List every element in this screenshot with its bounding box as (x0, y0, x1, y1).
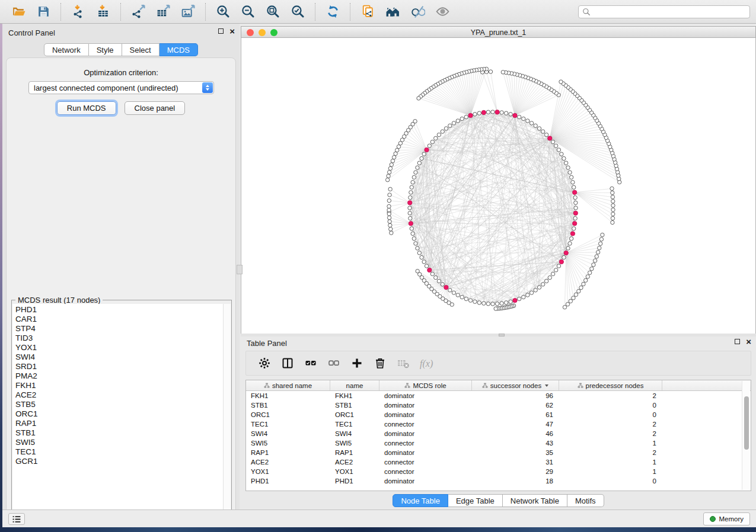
graph-node[interactable] (444, 285, 448, 289)
graph-node[interactable] (548, 136, 552, 140)
graph-node[interactable] (573, 216, 577, 220)
select-all-rows-button[interactable] (301, 353, 321, 373)
graph-node[interactable] (448, 124, 452, 127)
graph-node[interactable] (388, 187, 392, 191)
show-selected-button[interactable] (433, 2, 452, 21)
table-scrollbar[interactable] (742, 381, 750, 490)
graph-node[interactable] (513, 298, 517, 302)
column-header-predecessor-nodes[interactable]: predecessor nodes (559, 380, 662, 390)
graph-node[interactable] (596, 251, 599, 254)
run-mcds-button[interactable]: Run MCDS (57, 101, 116, 115)
graph-node[interactable] (583, 278, 587, 282)
graph-node[interactable] (444, 127, 448, 130)
graph-node[interactable] (500, 111, 503, 114)
zoom-fit-button[interactable] (263, 2, 282, 21)
table-row[interactable]: FKH1FKH1dominator962 (246, 391, 751, 400)
graph-node[interactable] (577, 289, 580, 293)
graph-node[interactable] (529, 121, 533, 125)
graph-node[interactable] (448, 289, 452, 292)
export-image-button[interactable] (178, 2, 197, 21)
mcds-result-item[interactable]: RAP1 (15, 419, 223, 428)
graph-node[interactable] (494, 307, 497, 310)
graph-node[interactable] (495, 110, 499, 114)
graph-node[interactable] (541, 130, 545, 133)
column-header-name[interactable]: name (330, 380, 379, 390)
graph-node[interactable] (573, 196, 577, 199)
table-row[interactable]: PHD1PHD1dominator180 (246, 476, 751, 486)
graph-node[interactable] (395, 148, 398, 152)
vertical-splitter-handle[interactable] (237, 265, 243, 274)
graph-node[interactable] (434, 136, 438, 140)
graph-node[interactable] (595, 255, 598, 258)
graph-node[interactable] (571, 180, 575, 184)
graph-node[interactable] (551, 272, 554, 275)
column-header-MCDS-role[interactable]: MCDS role (379, 380, 472, 390)
graph-node[interactable] (560, 152, 563, 156)
graph-node[interactable] (611, 208, 615, 211)
graph-node[interactable] (441, 283, 444, 286)
mcds-result-item[interactable]: SRD1 (15, 362, 223, 371)
graph-node[interactable] (579, 286, 583, 289)
graph-node[interactable] (500, 302, 503, 305)
table-settings-gear-button[interactable] (254, 353, 275, 373)
graph-node[interactable] (544, 279, 548, 283)
table-row[interactable]: ACE2ACE2connector311 (246, 457, 751, 467)
graph-node[interactable] (611, 191, 614, 194)
network-from-clipboard-button[interactable] (358, 2, 377, 21)
graph-node[interactable] (385, 178, 389, 181)
refresh-button[interactable] (323, 2, 342, 21)
mcds-result-item[interactable]: YOX1 (15, 343, 223, 352)
graph-node[interactable] (534, 289, 537, 292)
column-header-successor-nodes[interactable]: successor nodes (472, 380, 559, 390)
graph-node[interactable] (437, 279, 441, 283)
graph-node[interactable] (417, 161, 421, 165)
graph-node[interactable] (464, 297, 468, 300)
save-session-button[interactable] (34, 2, 53, 21)
export-table-button[interactable] (154, 2, 173, 21)
graph-node[interactable] (409, 196, 412, 199)
graph-node[interactable] (559, 259, 563, 264)
graph-node[interactable] (391, 159, 394, 163)
tab-mcds[interactable]: MCDS (160, 43, 198, 56)
float-table-panel-icon[interactable] (735, 339, 740, 344)
graph-node[interactable] (563, 305, 566, 309)
graph-node[interactable] (387, 198, 391, 202)
graph-node[interactable] (573, 211, 578, 215)
graph-node[interactable] (397, 145, 400, 148)
float-panel-icon[interactable] (218, 28, 224, 34)
mcds-result-item[interactable]: FKH1 (15, 381, 223, 390)
graph-node[interactable] (481, 110, 486, 114)
graph-node[interactable] (537, 286, 541, 289)
graph-node[interactable] (460, 295, 464, 299)
graph-node[interactable] (411, 232, 414, 235)
graph-node[interactable] (526, 119, 529, 123)
zoom-in-button[interactable] (213, 2, 232, 21)
graph-node[interactable] (408, 206, 412, 210)
graph-node[interactable] (388, 166, 392, 170)
graph-node[interactable] (387, 212, 391, 216)
graph-node[interactable] (501, 70, 505, 74)
mcds-result-item[interactable]: STB1 (15, 428, 223, 438)
graph-node[interactable] (574, 206, 578, 210)
graph-node[interactable] (387, 204, 391, 208)
graph-node[interactable] (414, 242, 417, 245)
graph-node[interactable] (574, 293, 578, 296)
graph-node[interactable] (417, 251, 421, 255)
graph-node[interactable] (574, 201, 578, 204)
graph-node[interactable] (477, 301, 481, 305)
graph-node[interactable] (582, 282, 585, 286)
graph-node[interactable] (504, 111, 508, 115)
graph-node[interactable] (477, 111, 481, 115)
graph-node[interactable] (509, 300, 512, 303)
graph-node[interactable] (557, 148, 560, 152)
export-network-button[interactable] (129, 2, 148, 21)
graph-node[interactable] (611, 220, 614, 224)
table-row[interactable]: SWI5SWI5connector431 (246, 438, 751, 448)
zoom-selected-button[interactable] (288, 2, 307, 21)
graph-node[interactable] (409, 191, 413, 194)
graph-node[interactable] (611, 212, 615, 216)
graph-node[interactable] (389, 227, 393, 231)
graph-node[interactable] (568, 242, 572, 245)
graph-node[interactable] (430, 140, 434, 143)
graph-node[interactable] (572, 296, 575, 300)
